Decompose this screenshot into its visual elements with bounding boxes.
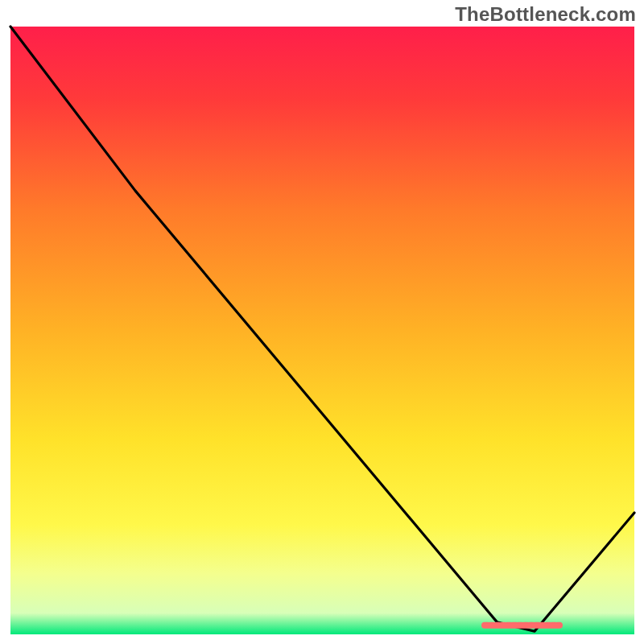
plot-background [10, 27, 634, 634]
chart-stage: TheBottleneck.com [0, 0, 644, 644]
bottleneck-chart [0, 0, 644, 644]
